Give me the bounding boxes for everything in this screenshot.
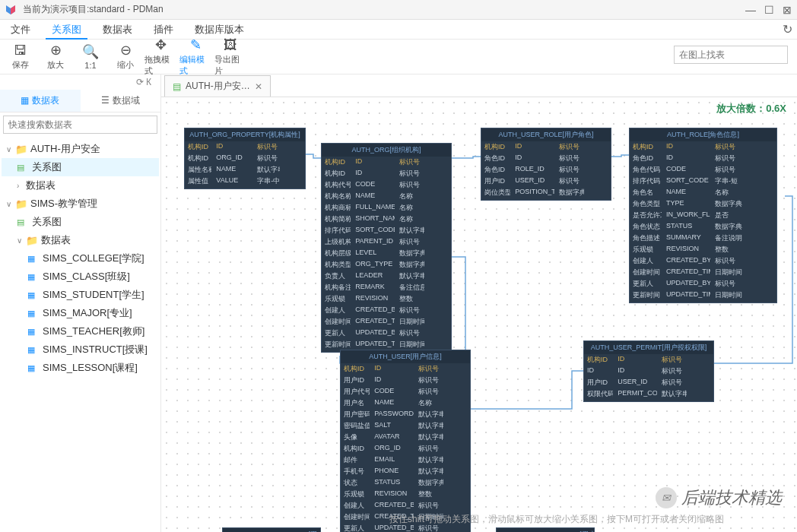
table-icon: ▦ [27,309,40,318]
tree-item[interactable]: ▦SIMS_MAJOR[专业] [2,304,159,322]
tree-item[interactable]: ▦SIMS_TEACHER[教师] [2,322,159,340]
menu-file[interactable]: 文件 [5,20,37,40]
tab-close-icon[interactable]: ✕ [255,81,262,92]
menu-diagram[interactable]: 关系图 [46,20,87,40]
tree-sims-tables[interactable]: ∨📁数据表 [2,231,159,249]
tree-item[interactable]: ▦SIMS_COLLEGE[学院] [2,249,159,268]
tree-item[interactable]: ▦SIMS_LESSON[课程] [2,359,159,377]
toolbar: 🖫保存 ⊕放大 🔍1:1 ⊖缩小 ✥拖拽模式 ✎编辑模式 🖼导出图片 [0,40,797,74]
refresh-icon[interactable]: ↻ [783,22,792,36]
diagram-icon: ▤ [17,217,29,227]
export-icon: 🖼 [224,37,237,52]
canvas-hint: 按住shift可拖动关系图，滑动鼠标可放大缩小关系图，按下M可打开或者关闭缩略图 [389,513,724,526]
tool-drag[interactable]: ✥拖拽模式 [144,37,176,77]
document-tab[interactable]: ▤ AUTH-用户安… ✕ [164,75,271,97]
er-canvas[interactable]: 放大倍数：0.6X AUTH_ORG_PROPERTY[机构属性]机构IDID标… [161,97,797,532]
window-title: 当前为演示项目:standard - PDMan [23,3,164,16]
diagram-icon: ▤ [173,81,181,92]
maximize-button[interactable]: ☐ [764,5,774,15]
tool-zoom11[interactable]: 🔍1:1 [75,44,106,70]
table-icon: ▦ [27,254,40,264]
tool-export[interactable]: 🖼导出图片 [214,37,246,77]
tree-auth-tables[interactable]: ›数据表 [2,176,159,195]
table-icon: ▦ [27,290,40,300]
tree-module-sims[interactable]: ∨📁SIMS-教学管理 [2,195,159,213]
grid-icon: ▦ [21,95,29,106]
entity-auth-user-behavior[interactable]: AUTH_USER_BEHAVIOR[用户行为] [496,527,595,532]
menubar: 文件 关系图 数据表 插件 数据库版本 ↻ [0,20,797,40]
zoom-indicator: 放大倍数：0.6X [716,102,786,116]
zoom11-icon: 🔍 [82,44,99,59]
zoomin-icon: ⊕ [50,43,62,58]
folder-icon: 📁 [15,144,27,155]
sidebar-search-input[interactable] [3,116,157,134]
close-button[interactable]: ⊠ [782,5,792,15]
zoomout-icon: ⊖ [120,43,132,58]
entity-auth-role[interactable]: AUTH_ROLE[角色信息]机构IDID标识号角色IDID标识号角色代码COD… [629,128,777,303]
tool-zoomout[interactable]: ⊖缩小 [110,43,141,71]
tree-item[interactable]: ▦SIMS_INSTRUCT[授课] [2,340,159,359]
tree-item[interactable]: ▦SIMS_STUDENT[学生] [2,286,159,304]
tree-auth-diagram[interactable]: ▤关系图 [2,158,159,176]
table-icon: ▦ [27,272,40,282]
entity-auth-user-property[interactable]: AUTH_USER_PROPERTY[用户属性] [222,527,321,532]
watermark: ✉ 后端技术精选 [656,486,782,509]
tree: ∨📁AUTH-用户安全 ▤关系图 ›数据表 ∨📁SIMS-教学管理 ▤关系图 ∨… [0,137,160,380]
tool-zoomin[interactable]: ⊕放大 [40,43,71,71]
canvas-area: ▤ AUTH-用户安… ✕ 放大倍数：0.6X AUTH_ORG_PROPERT… [161,74,797,532]
app-logo-icon [5,4,17,16]
table-icon: ▦ [27,363,40,373]
canvas-search [674,46,788,64]
tree-sims-diagram[interactable]: ▤关系图 [2,213,159,231]
diagram-icon: ▤ [17,163,29,173]
tool-edit[interactable]: ✎编辑模式 [179,37,211,77]
sidebar: ⟳ К ▦数据表 ☰数据域 ∨📁AUTH-用户安全 ▤关系图 ›数据表 ∨📁SI… [0,74,161,532]
folder-icon: 📁 [15,198,27,210]
drag-icon: ✥ [155,37,167,52]
table-icon: ▦ [27,327,40,337]
domain-icon: ☰ [101,95,110,106]
canvas-search-input[interactable] [674,46,788,64]
side-tab-tables[interactable]: ▦数据表 [0,90,81,112]
sidebar-refresh[interactable]: ⟳ К [0,74,160,90]
entity-auth-user-role[interactable]: AUTH_USER_ROLE[用户角色]机构IDID标识号角色IDID标识号角色… [481,128,611,201]
wechat-icon: ✉ [656,487,677,508]
tool-save[interactable]: 🖫保存 [5,43,37,71]
minimize-button[interactable]: — [745,5,756,15]
side-tab-domain[interactable]: ☰数据域 [81,90,161,112]
document-tabs: ▤ AUTH-用户安… ✕ [161,74,797,97]
edit-icon: ✎ [190,37,202,52]
save-icon: 🖫 [14,43,27,58]
titlebar: 当前为演示项目:standard - PDMan — ☐ ⊠ [0,0,797,20]
menu-table[interactable]: 数据表 [97,20,138,40]
folder-icon: 📁 [26,235,38,246]
table-icon: ▦ [27,345,40,355]
tree-item[interactable]: ▦SIMS_CLASS[班级] [2,268,159,286]
entity-auth-user[interactable]: AUTH_USER[用户信息]机构IDID标识号用户IDID标识号用户代号COD… [340,350,471,532]
entity-auth-org[interactable]: AUTH_ORG[组织机构]机构IDID标识号机构IDID标识号机构代号CODE… [321,143,452,353]
tree-module-auth[interactable]: ∨📁AUTH-用户安全 [2,140,159,158]
entity-auth-org-property[interactable]: AUTH_ORG_PROPERTY[机构属性]机构IDID标识号机构IDORG_… [184,128,306,189]
entity-auth-user-permit[interactable]: AUTH_USER_PERMIT[用户授权权限]机构IDID标识号IDID标识号… [583,340,714,402]
